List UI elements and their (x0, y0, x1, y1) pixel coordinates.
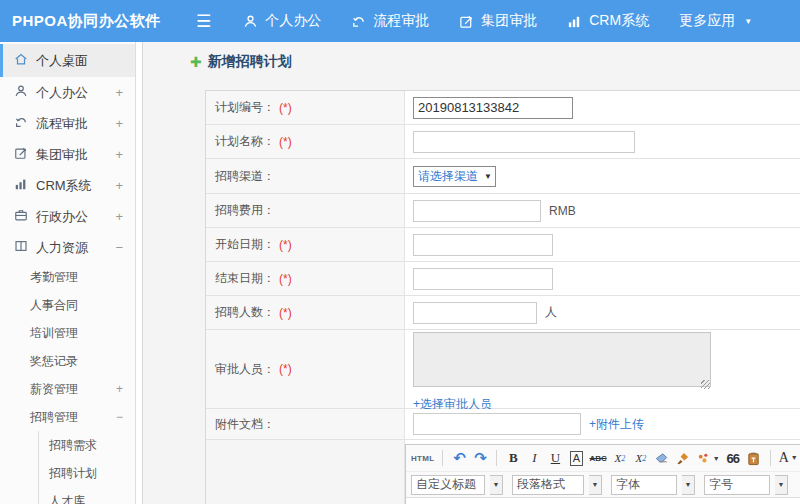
end-date-input[interactable] (413, 268, 553, 290)
hamburger-icon[interactable]: ☰ (196, 11, 211, 32)
expand-icon[interactable]: + (116, 382, 123, 396)
flow-icon (14, 115, 28, 132)
sidebar-subitem-recruit-mgmt[interactable]: 招聘管理 − (0, 403, 135, 431)
form-row-channel: 招聘渠道： 请选择渠道 ▼ (206, 159, 800, 194)
chevron-down-icon: ▼ (791, 454, 798, 462)
home-icon (14, 52, 28, 69)
collapse-icon[interactable]: − (116, 410, 123, 424)
plan-number-input[interactable] (413, 97, 573, 119)
field-input-cell: RMB (405, 194, 800, 227)
field-label: 计划编号： (215, 99, 275, 116)
superscript-button[interactable]: X2 (612, 448, 628, 468)
nav-item-process-approval[interactable]: 流程审批 (351, 12, 429, 30)
field-label: 附件文档： (215, 416, 275, 433)
sidebar-subitem-attendance[interactable]: 考勤管理 (0, 263, 135, 291)
expand-icon[interactable]: + (115, 147, 123, 162)
boxed-a-icon: A (570, 451, 583, 466)
user-icon (243, 14, 258, 29)
recruit-plan-form: 计划编号： (*) 计划名称： (*) 招聘渠道： (205, 90, 800, 504)
expand-icon[interactable]: + (115, 116, 123, 131)
color-splash-icon[interactable]: ▼ (696, 448, 720, 468)
user-icon (14, 84, 28, 101)
nav-item-more-apps[interactable]: 更多应用 ▼ (679, 12, 752, 30)
sidebar-item-admin-office[interactable]: 行政办公 + (0, 201, 135, 232)
italic-button[interactable]: I (526, 448, 542, 468)
fee-input[interactable] (413, 200, 541, 222)
html-source-button[interactable]: HTML (411, 448, 434, 468)
headcount-input[interactable] (413, 302, 537, 324)
main-content: ✚ 新增招聘计划 计划编号： (*) 计划名称： (*) (143, 42, 800, 504)
field-label: 开始日期： (215, 236, 275, 253)
resize-grip-icon[interactable] (701, 380, 710, 389)
start-date-input[interactable] (413, 234, 553, 256)
nav-item-personal-office[interactable]: 个人办公 (243, 12, 321, 30)
font-size-combo[interactable]: 字号 (704, 475, 770, 495)
expand-icon[interactable]: + (115, 85, 123, 100)
underline-button[interactable]: U (547, 448, 563, 468)
sidebar-item-hr[interactable]: 人力资源 − (0, 232, 135, 263)
undo-icon[interactable]: ↶ (451, 448, 467, 468)
sidebar-item-desktop[interactable]: 个人桌面 (0, 44, 135, 77)
strikethrough-button[interactable]: ABC (589, 448, 606, 468)
plan-name-input[interactable] (413, 131, 635, 153)
eraser-icon[interactable] (654, 448, 670, 468)
approvers-textarea[interactable] (413, 332, 711, 387)
sidebar-subitem-label: 考勤管理 (30, 269, 123, 286)
font-color-button[interactable]: A▼ (779, 448, 798, 468)
sidebar-subitem-salary[interactable]: 薪资管理 + (0, 375, 135, 403)
collapse-icon[interactable]: − (115, 240, 123, 255)
toolbar-separator (770, 450, 771, 466)
chevron-down-icon[interactable]: ▼ (589, 475, 602, 495)
font-family-combo[interactable]: 字体 (611, 475, 677, 495)
field-input-cell (405, 228, 800, 261)
required-marker: (*) (279, 101, 292, 115)
sidebar-item-label: 行政办公 (36, 208, 115, 226)
channel-select[interactable]: 请选择渠道 ▼ (413, 166, 496, 187)
editor-content-area[interactable] (406, 497, 800, 504)
chevron-down-icon[interactable]: ▼ (682, 475, 695, 495)
blockquote-button[interactable]: 66 (725, 448, 741, 468)
sidebar-item-crm[interactable]: CRM系统 + (0, 170, 135, 201)
sidebar-subitem-rewards[interactable]: 奖惩记录 (0, 347, 135, 375)
chevron-down-icon[interactable]: ▼ (775, 475, 788, 495)
expand-icon[interactable]: + (115, 209, 123, 224)
bold-button[interactable]: B (505, 448, 521, 468)
sidebar-item-label: 人力资源 (36, 239, 115, 257)
paste-text-icon[interactable] (746, 448, 762, 468)
sidebar-item-process-approval[interactable]: 流程审批 + (0, 108, 135, 139)
attachment-input[interactable] (413, 413, 581, 435)
approvers-textarea-wrap (413, 332, 711, 390)
sidebar-subsubitem-recruit-demand[interactable]: 招聘需求 (39, 431, 135, 459)
field-input-cell: 人 (405, 296, 800, 329)
paragraph-format-combo[interactable]: 段落格式 (512, 475, 584, 495)
sidebar-scrollbar-rail[interactable] (136, 42, 143, 504)
chevron-down-icon[interactable]: ▼ (490, 475, 503, 495)
expand-icon[interactable]: + (115, 178, 123, 193)
sidebar-item-label: 集团审批 (36, 146, 115, 164)
sidebar-subitem-hr-contract[interactable]: 人事合同 (0, 291, 135, 319)
form-row-attachment: 附件文档： +附件上传 (206, 409, 800, 440)
redo-icon[interactable]: ↷ (472, 448, 488, 468)
nav-item-group-approval[interactable]: 集团审批 (459, 12, 537, 30)
fee-unit-label: RMB (549, 204, 576, 218)
font-color-a: A (779, 450, 789, 466)
sidebar-item-personal-office[interactable]: 个人办公 + (0, 77, 135, 108)
sidebar-item-label: 个人办公 (36, 84, 115, 102)
field-label-cell (206, 440, 405, 504)
sidebar-subsubitem-talent-pool[interactable]: 人才库 (39, 487, 135, 504)
editor-toolbar-row2: 自定义标题 ▼ 段落格式 ▼ 字体 ▼ 字号 ▼ (406, 471, 800, 497)
form-row-approvers: 审批人员： (*) +选择审批人员 (206, 330, 800, 409)
sidebar-subsubitem-recruit-plan[interactable]: 招聘计划 (39, 459, 135, 487)
plus-icon: ✚ (190, 54, 202, 70)
font-style-button[interactable]: A (568, 448, 584, 468)
sidebar-subitem-training[interactable]: 培训管理 (0, 319, 135, 347)
sidebar-item-group-approval[interactable]: 集团审批 + (0, 139, 135, 170)
custom-title-combo[interactable]: 自定义标题 (411, 475, 485, 495)
format-brush-icon[interactable] (675, 448, 691, 468)
field-label-cell: 附件文档： (206, 409, 405, 439)
sidebar-item-label: CRM系统 (36, 177, 115, 195)
nav-item-crm[interactable]: CRM系统 (567, 12, 649, 30)
attachment-upload-link[interactable]: +附件上传 (589, 416, 644, 433)
required-marker: (*) (279, 272, 292, 286)
subscript-button[interactable]: X2 (633, 448, 649, 468)
